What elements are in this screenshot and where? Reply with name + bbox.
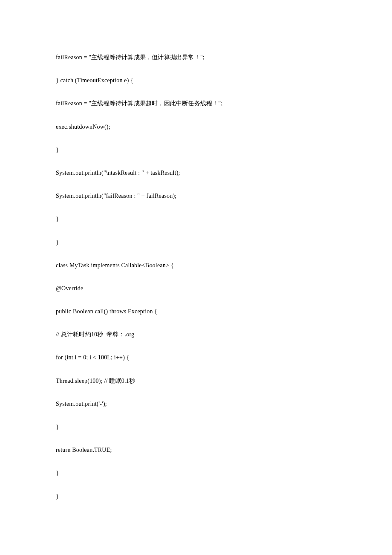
code-line: } xyxy=(56,240,349,246)
code-line: for (int i = 0; i < 100L; i++) { xyxy=(56,355,349,361)
code-line: Thread.sleep(100); // 睡眠0.1秒 xyxy=(56,378,349,384)
code-line: } xyxy=(56,424,349,430)
code-line: failReason = "主线程等待计算成果超时，因此中断任务线程！"; xyxy=(56,101,349,107)
code-line: failReason = "主线程等待计算成果，但计算抛出异常！"; xyxy=(56,55,349,61)
code-line: // 总计耗时约10秒 帝尊：.org xyxy=(56,332,349,338)
code-line: } xyxy=(56,147,349,153)
code-line: class MyTask implements Callable<Boolean… xyxy=(56,263,349,269)
code-line: System.out.println("failReason : " + fai… xyxy=(56,193,349,199)
code-line: System.out.print('-'); xyxy=(56,401,349,407)
code-block: failReason = "主线程等待计算成果，但计算抛出异常！"; } cat… xyxy=(56,55,349,500)
code-line: System.out.println("\ntaskResult : " + t… xyxy=(56,170,349,176)
code-line: } xyxy=(56,494,349,500)
code-line: return Boolean.TRUE; xyxy=(56,447,349,453)
code-line: } xyxy=(56,216,349,222)
code-line: } xyxy=(56,470,349,476)
code-line: public Boolean call() throws Exception { xyxy=(56,309,349,315)
code-line: } catch (TimeoutException e) { xyxy=(56,78,349,84)
code-line: exec.shutdownNow(); xyxy=(56,124,349,130)
code-line: @Override xyxy=(56,286,349,292)
